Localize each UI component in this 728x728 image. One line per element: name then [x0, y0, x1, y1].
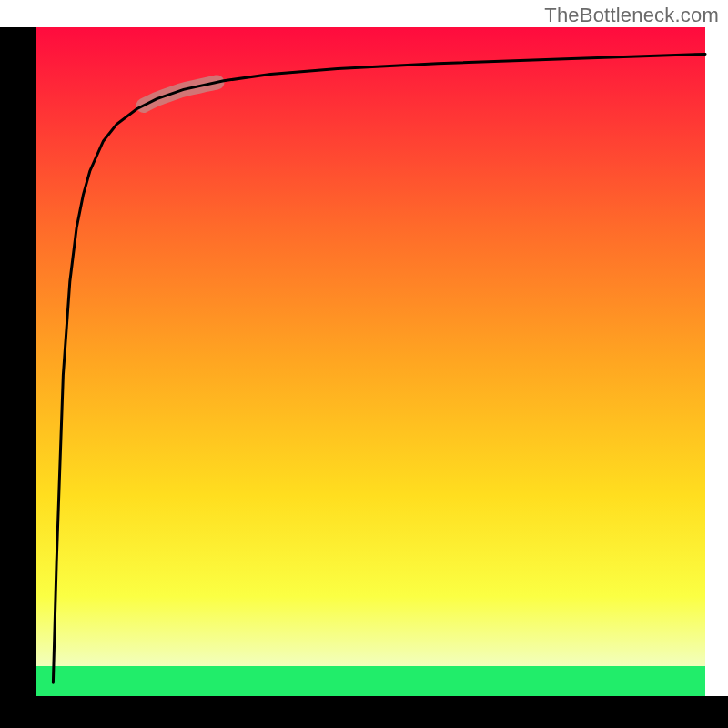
plot-area [36, 27, 705, 696]
curve-svg [36, 27, 705, 696]
bottleneck-curve [53, 54, 705, 682]
y-axis-bar [0, 27, 36, 696]
watermark-text: TheBottleneck.com [544, 4, 719, 27]
x-axis-bar [0, 696, 728, 728]
